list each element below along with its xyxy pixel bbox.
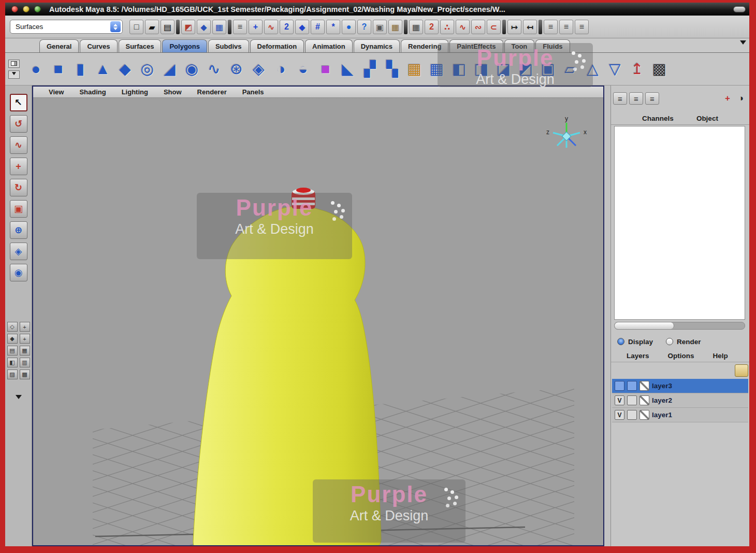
poly-cube-icon[interactable]: ■ (47, 55, 69, 82)
panel-menu-item[interactable]: Panels (242, 88, 264, 96)
layer-row[interactable]: V layer2 (612, 393, 748, 408)
poly-prism-icon[interactable]: ◢ (158, 55, 181, 82)
layer-menu-item[interactable]: Layers (627, 352, 649, 360)
list-edit-icon-b[interactable]: ≡ (559, 20, 573, 34)
zoom-button[interactable] (34, 6, 41, 12)
render-globe-icon[interactable]: ● (342, 20, 356, 34)
move-tool[interactable]: + (10, 158, 27, 175)
display-radio[interactable] (617, 338, 624, 345)
layout-persp-outliner[interactable]: ◧ (7, 358, 18, 367)
panel-menu-item[interactable]: View (49, 88, 64, 96)
snap-to-view-planes-icon[interactable]: * (326, 20, 340, 34)
new-scene-icon[interactable]: □ (129, 20, 143, 34)
tab-channels[interactable]: Channels (642, 115, 674, 122)
open-scene-icon[interactable]: ▰ (145, 20, 159, 34)
shelf-tab[interactable]: Toon (504, 39, 535, 52)
layout-persp-view[interactable]: ◆ (7, 334, 18, 344)
layout-outliner[interactable]: ▤ (7, 346, 18, 356)
layer-playback-toggle[interactable] (627, 395, 637, 405)
render-checker-icon[interactable]: ▦ (388, 20, 402, 34)
render-radio[interactable] (666, 338, 673, 345)
layer-name[interactable]: layer1 (652, 411, 672, 419)
shelf-tab[interactable]: Rendering (401, 39, 448, 52)
poly-soccer-ball-icon[interactable]: ⊛ (225, 55, 248, 82)
panel-menu-item[interactable]: Lighting (122, 88, 148, 96)
window-widget[interactable] (733, 6, 746, 12)
layer-menu-item[interactable]: Options (668, 352, 694, 360)
shelf-tab[interactable]: Subdivs (208, 39, 249, 52)
quad-draw-icon[interactable]: ◒ (292, 55, 314, 82)
panel-menu-item[interactable]: Shading (79, 88, 106, 96)
soft-mod-tool[interactable]: ◈ (10, 243, 27, 260)
layer-playback-toggle[interactable] (627, 410, 637, 420)
layer-row[interactable]: V layer1 (612, 408, 748, 422)
scale-tool[interactable]: ▣ (10, 200, 27, 218)
subdivide-icon[interactable]: ▦ (426, 55, 448, 82)
layout-graph-editor[interactable]: ▨ (7, 370, 18, 379)
shelf-tab[interactable]: Deformation (250, 39, 304, 52)
curve-snap-red-icon[interactable]: 2 (425, 20, 439, 34)
shelf-tab[interactable]: PaintEffects (449, 39, 503, 52)
poly-torus-icon[interactable]: ◎ (136, 55, 158, 82)
tab-object[interactable]: Object (696, 115, 718, 122)
poly-cylinder-icon[interactable]: ▮ (69, 55, 92, 82)
bridge-icon[interactable]: ▞ (359, 55, 381, 82)
normals-icon[interactable]: ▽ (604, 55, 626, 82)
poly-cone-icon[interactable]: ▲ (92, 55, 114, 82)
channel-speed-icon[interactable]: ≡ (613, 92, 627, 105)
scrollbar-thumb[interactable] (615, 322, 674, 329)
import-icon[interactable]: ↦ (507, 20, 521, 34)
list-edit-icon-a[interactable]: ≡ (544, 20, 558, 34)
layer-color-swatch[interactable] (639, 395, 649, 405)
layer-playback-toggle[interactable] (627, 381, 637, 391)
separator[interactable] (404, 20, 408, 34)
shelf-tab[interactable]: Curves (80, 39, 117, 52)
poly-sphere-icon[interactable]: ● (25, 55, 47, 82)
layout-four-view[interactable]: ▦ (20, 346, 30, 356)
select-hierarchy-icon[interactable]: ◩ (181, 20, 195, 34)
combine-icon[interactable]: ▚ (381, 55, 403, 82)
layout-add-pane-a[interactable]: + (20, 322, 30, 332)
shelf-tab[interactable]: Surfaces (119, 39, 162, 52)
layer-color-swatch[interactable] (639, 410, 649, 420)
layout-hypershade[interactable]: ▩ (20, 370, 30, 379)
rotate-tool[interactable]: ↻ (10, 179, 27, 196)
extrude-icon[interactable]: ◣ (337, 55, 359, 82)
export-icon[interactable]: ↤ (523, 20, 537, 34)
poly-cube-marquee-icon[interactable]: ■ (314, 55, 337, 82)
help-icon[interactable]: ? (357, 20, 371, 34)
snap-to-points-icon[interactable]: + (249, 20, 263, 34)
snap-diamond-icon[interactable]: ◆ (295, 20, 309, 34)
layer-menu-item[interactable]: Help (713, 352, 728, 360)
layer-name[interactable]: layer2 (652, 396, 672, 404)
layer-visibility-toggle[interactable]: V (615, 410, 624, 420)
panel-menu-item[interactable]: Show (164, 88, 182, 96)
menu-set-selector[interactable]: Surfaces (10, 20, 123, 34)
cut-tool-icon[interactable]: ∾ (471, 20, 485, 34)
separator[interactable] (502, 20, 506, 34)
channel-box-scrollbar[interactable] (614, 322, 745, 330)
poly-helix-icon[interactable]: ∿ (203, 55, 225, 82)
select-component-icon[interactable]: ▦ (212, 20, 226, 34)
move-component-icon[interactable]: ↥ (626, 55, 648, 82)
show-manipulator-tool[interactable]: ◉ (10, 264, 27, 281)
shelf-tab[interactable]: Animation (305, 39, 353, 52)
snap-to-grids-icon[interactable]: # (311, 20, 325, 34)
select-tool[interactable]: ↖ (10, 94, 27, 111)
layer-name[interactable]: layer3 (652, 382, 672, 390)
poly-platonic-icon[interactable]: ◈ (248, 55, 270, 82)
close-button[interactable] (11, 6, 18, 12)
layout-single-pane[interactable]: ◇ (7, 322, 18, 332)
mirror-geometry-icon[interactable]: ◨ (470, 55, 492, 82)
curve-red-icon[interactable]: ∿ (456, 20, 470, 34)
manipulator-mini-icon[interactable]: + (721, 92, 734, 105)
lock-icon[interactable]: ▣ (373, 20, 387, 34)
channel-box[interactable] (614, 126, 745, 320)
lasso-select-tool[interactable]: ↺ (10, 115, 27, 133)
poly-plane-icon[interactable]: ◆ (114, 55, 136, 82)
shelf-tab[interactable]: Fluids (535, 39, 570, 52)
poly-pipe-icon[interactable]: ◉ (181, 55, 203, 82)
shelf-tab[interactable]: Polygons (162, 39, 207, 52)
separator[interactable] (176, 20, 180, 34)
merge-icon[interactable]: ▣ (537, 55, 559, 82)
